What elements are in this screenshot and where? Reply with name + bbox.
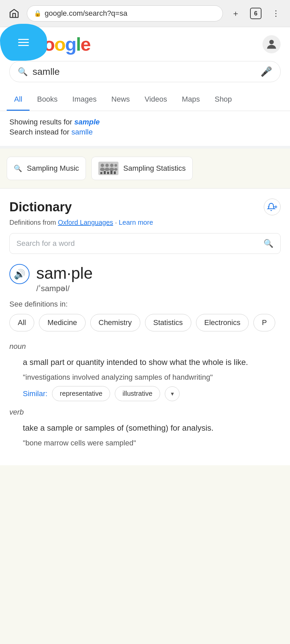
menu-bubble[interactable] xyxy=(0,24,47,61)
browser-bar: 🔒 google.com/search?q=sa ＋ 6 ⋮ xyxy=(0,0,290,27)
svg-point-0 xyxy=(269,40,274,44)
verb-definition-text: take a sample or samples of (something) … xyxy=(23,422,281,434)
tab-count-box: 6 xyxy=(250,8,261,19)
svg-rect-12 xyxy=(110,171,112,174)
svg-point-1 xyxy=(101,164,104,167)
search-instead-text: Search instead for xyxy=(9,128,71,136)
svg-rect-10 xyxy=(104,171,106,174)
word-search-box[interactable]: Search for a word 🔍 xyxy=(9,233,281,254)
suggestions-section: 🔍 Sampling Music Samp xyxy=(0,149,290,189)
search-tabs: All Books Images News Videos Maps Shop xyxy=(0,89,290,111)
verb-label: verb xyxy=(9,408,281,417)
tab-maps[interactable]: Maps xyxy=(175,89,207,111)
tab-news[interactable]: News xyxy=(104,89,137,111)
svg-point-2 xyxy=(100,168,105,171)
avatar[interactable] xyxy=(262,35,281,53)
noun-example-text: "investigations involved analyzing sampl… xyxy=(23,372,281,383)
suggestion-sampling-statistics[interactable]: Sampling Statistics xyxy=(91,157,193,180)
search-query-text: samlle xyxy=(33,66,256,77)
suggestion-label-stats: Sampling Statistics xyxy=(123,164,186,173)
svg-point-7 xyxy=(114,164,117,167)
tab-all[interactable]: All xyxy=(7,89,30,111)
dictionary-title: Dictionary xyxy=(9,200,72,214)
hamburger-icon[interactable] xyxy=(18,39,29,46)
chip-medicine[interactable]: Medicine xyxy=(39,314,85,331)
search-chip-icon: 🔍 xyxy=(14,164,22,172)
svg-rect-11 xyxy=(107,172,109,174)
microphone-icon[interactable]: 🎤 xyxy=(260,66,272,77)
verb-definition-body: take a sample or samples of (something) … xyxy=(23,422,281,448)
corrected-word[interactable]: sample xyxy=(74,118,100,126)
add-alert-button[interactable]: + xyxy=(264,199,281,215)
word-search-placeholder: Search for a word xyxy=(16,239,259,248)
original-word-link[interactable]: samlle xyxy=(71,128,93,136)
statistics-thumbnail xyxy=(98,162,118,175)
similar-chip-illustrative[interactable]: illustrative xyxy=(115,386,160,401)
definition-chips: All Medicine Chemistry Statistics Electr… xyxy=(9,314,281,334)
svg-rect-9 xyxy=(100,172,102,174)
noun-definition-body: a small part or quantity intended to sho… xyxy=(23,356,281,401)
svg-point-6 xyxy=(109,168,114,171)
word-search-icon: 🔍 xyxy=(263,239,274,248)
word-entry: 🔊 sam·ple /ˈsampəl/ xyxy=(9,264,281,293)
noun-label: noun xyxy=(9,342,281,351)
google-header: Google xyxy=(0,27,290,61)
oxford-languages-link[interactable]: Oxford Languages xyxy=(58,219,113,226)
chip-p[interactable]: P xyxy=(253,314,275,331)
suggestion-sampling-music[interactable]: 🔍 Sampling Music xyxy=(7,157,86,180)
sound-button[interactable]: 🔊 xyxy=(9,264,30,284)
similar-row: Similar: representative illustrative ▾ xyxy=(23,386,281,401)
search-bar[interactable]: 🔍 samlle 🎤 xyxy=(9,61,281,82)
spell-correction-banner: Showing results for sample Search instea… xyxy=(0,111,290,149)
similar-chip-representative[interactable]: representative xyxy=(52,386,110,401)
svg-point-5 xyxy=(110,164,113,167)
svg-rect-13 xyxy=(114,171,116,174)
dictionary-header: Dictionary + xyxy=(9,199,281,215)
tab-count-button[interactable]: 6 xyxy=(248,6,263,21)
home-button[interactable] xyxy=(7,6,21,21)
expand-similar-button[interactable]: ▾ xyxy=(165,386,180,401)
search-icon: 🔍 xyxy=(18,67,28,76)
dictionary-section: Dictionary + Definitions from Oxford Lan… xyxy=(0,189,290,465)
verb-example-text: "bone marrow cells were sampled" xyxy=(23,437,281,448)
tab-videos[interactable]: Videos xyxy=(137,89,175,111)
word-headword: sam·ple xyxy=(36,264,93,282)
definitions-source: Definitions from Oxford Languages · Lear… xyxy=(9,219,281,226)
tab-images[interactable]: Images xyxy=(65,89,104,111)
url-text: google.com/search?q=sa xyxy=(45,9,127,18)
svg-point-8 xyxy=(114,168,117,171)
chip-electronics[interactable]: Electronics xyxy=(196,314,249,331)
tab-books[interactable]: Books xyxy=(30,89,65,111)
svg-point-3 xyxy=(105,164,109,167)
lock-icon: 🔒 xyxy=(34,10,41,17)
url-bar[interactable]: 🔒 google.com/search?q=sa xyxy=(27,5,223,21)
chip-statistics[interactable]: Statistics xyxy=(145,314,191,331)
speaker-icon: 🔊 xyxy=(14,269,26,280)
similar-label: Similar: xyxy=(23,389,47,398)
svg-point-4 xyxy=(105,168,109,171)
suggestion-label: Sampling Music xyxy=(27,164,79,173)
learn-more-link[interactable]: Learn more xyxy=(119,219,153,226)
new-tab-button[interactable]: ＋ xyxy=(228,6,243,21)
see-definitions-label: See definitions in: xyxy=(9,300,281,309)
tab-shop[interactable]: Shop xyxy=(207,89,239,111)
chip-chemistry[interactable]: Chemistry xyxy=(90,314,140,331)
showing-results-text: Showing results for xyxy=(9,118,74,126)
chip-all[interactable]: All xyxy=(9,314,34,331)
word-phonetic: /ˈsampəl/ xyxy=(36,284,93,293)
browser-menu-button[interactable]: ⋮ xyxy=(269,6,283,21)
search-bar-section: 🔍 samlle 🎤 xyxy=(0,61,290,89)
noun-definition-text: a small part or quantity intended to sho… xyxy=(23,356,281,368)
